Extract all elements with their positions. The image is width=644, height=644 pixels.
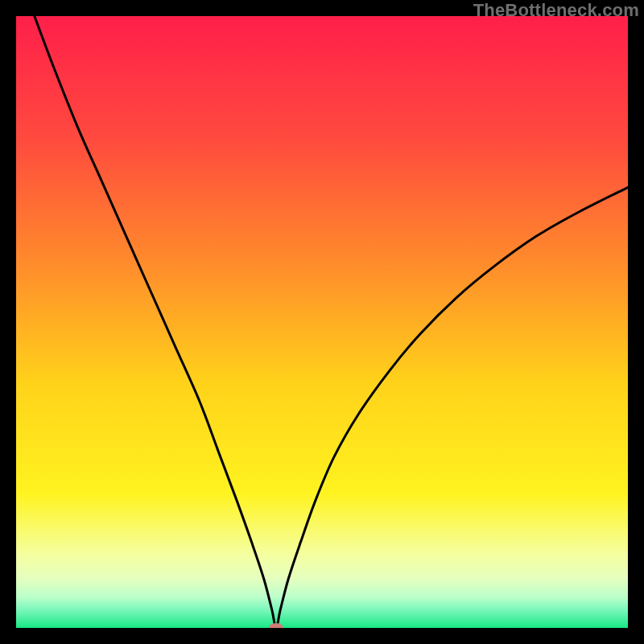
optimal-point-marker xyxy=(269,623,283,628)
plot-area xyxy=(16,16,628,628)
chart-frame: TheBottleneck.com xyxy=(0,0,644,644)
bottleneck-curve xyxy=(16,16,628,628)
